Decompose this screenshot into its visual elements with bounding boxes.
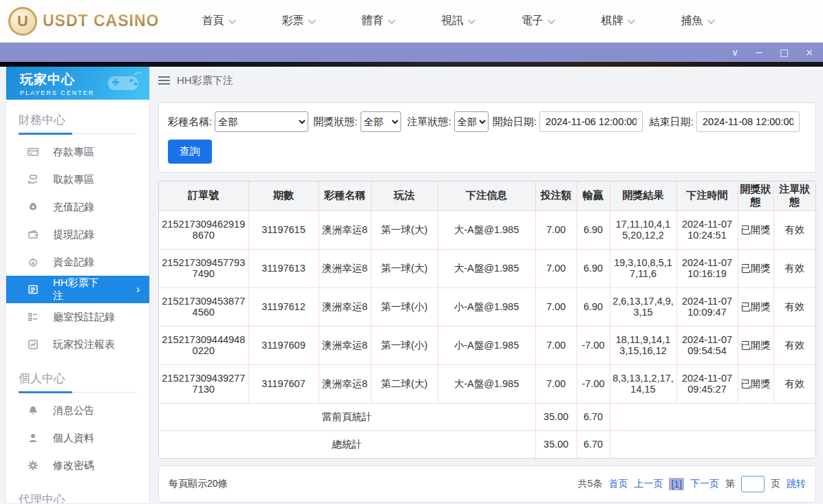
funds-record-icon <box>27 256 39 268</box>
nav-label: 首頁 <box>202 14 224 28</box>
col-draw-result: 開獎結果 <box>610 182 676 210</box>
nav-item-sports[interactable]: 體育 <box>361 14 394 28</box>
nav-label: 棋牌 <box>601 14 623 28</box>
end-date-input[interactable] <box>696 111 800 132</box>
prev-page-link[interactable]: 上一页 <box>634 478 663 490</box>
next-page-link[interactable]: 下一页 <box>690 478 719 490</box>
table-row: 215217309462919867031197615澳洲幸运8第一球(大)大-… <box>159 210 815 249</box>
first-page-link[interactable]: 首页 <box>608 478 628 490</box>
col-lottery-name: 彩種名稱 <box>319 182 371 210</box>
hamburger-menu-icon[interactable] <box>158 76 170 85</box>
cell-win-loss: -7.00 <box>577 326 610 364</box>
chevron-down-icon <box>707 16 715 23</box>
start-date-input[interactable] <box>539 111 643 132</box>
cell-bet-time: 2024-11-07 09:45:27 <box>676 364 738 403</box>
cell-draw-result: 8,3,13,1,2,17,14,15 <box>610 364 676 403</box>
nav-item-slots[interactable]: 電子 <box>521 14 553 28</box>
sidebar-item-player-report[interactable]: 玩家投注報表 <box>6 331 149 358</box>
cell-bet-amount: 7.00 <box>535 287 577 326</box>
section-underline <box>19 133 137 134</box>
main-panel: HH彩票下注 彩種名稱: 全部 開獎狀態: 全部 注單狀態: 全部 開始日期: … <box>158 67 816 504</box>
cell-lottery-name: 澳洲幸运8 <box>319 287 371 326</box>
jump-button[interactable]: 跳转 <box>787 478 806 490</box>
sidebar-item-hh-lottery-bets[interactable]: HH彩票下注 › <box>6 276 149 303</box>
sidebar-item-label: 充值記錄 <box>53 201 94 214</box>
cell-period: 31197612 <box>248 287 319 326</box>
sidebar-item-label: 個人資料 <box>53 432 94 445</box>
cell-order-status: 有效 <box>773 326 815 364</box>
breadcrumb: HH彩票下注 <box>158 67 816 94</box>
cell-bet-info: 大-A盤@1.985 <box>438 210 535 249</box>
cell-bet-amount: 7.00 <box>535 210 577 249</box>
window-minimize-icon[interactable]: − <box>755 47 763 57</box>
summary-bet-total: 35.00 <box>535 430 577 458</box>
cell-order-status: 有效 <box>773 364 815 403</box>
nav-item-lottery[interactable]: 彩票 <box>281 14 314 28</box>
cell-order-id: 2152173094449480220 <box>159 326 248 364</box>
cell-lottery-name: 澳洲幸运8 <box>319 326 371 364</box>
sidebar-item-change-password[interactable]: 修改密碼 <box>6 452 149 479</box>
pagination-bar: 每頁顯示20條 共5条 首页 上一页 [1] 下一页 第 页 跳转 <box>158 465 816 503</box>
table-row: 215217309457793749031197613澳洲幸运8第一球(大)大-… <box>159 249 815 287</box>
cashout-record-icon <box>27 228 39 241</box>
sidebar-item-label: 取款專區 <box>53 173 94 186</box>
cell-draw-status: 已開獎 <box>738 249 773 287</box>
draw-status-select[interactable]: 全部 <box>361 111 402 132</box>
user-icon <box>27 432 39 444</box>
summary-bet-total: 35.00 <box>535 403 577 430</box>
content-area: 玩家中心 PLAYERS CENTER 財務中心 存款專區 取款專區 <box>0 67 823 504</box>
nav-item-fishing[interactable]: 捕魚 <box>681 14 713 28</box>
sidebar-item-announcements[interactable]: 消息公告 <box>6 397 149 424</box>
jump-prefix-label: 第 <box>725 478 735 490</box>
sidebar: 玩家中心 PLAYERS CENTER 財務中心 存款專區 取款專區 <box>6 67 150 504</box>
top-header: U USDT CASINO 首頁 彩票 體育 視訊 電子 棋牌 捕魚 <box>0 0 823 43</box>
sidebar-item-label: 廳室投註記錄 <box>53 311 115 324</box>
jump-page-input[interactable] <box>741 476 765 492</box>
sidebar-item-funds-record[interactable]: 資金記錄 <box>6 248 149 276</box>
nav-item-home[interactable]: 首頁 <box>202 14 234 28</box>
cell-period: 31197609 <box>248 326 319 364</box>
nav-item-boardgames[interactable]: 棋牌 <box>601 14 633 28</box>
section-label-personal: 個人中心 <box>6 358 149 392</box>
logo-text: USDT CASINO <box>43 12 159 30</box>
cell-order-status: 有效 <box>773 287 815 326</box>
logo[interactable]: U USDT CASINO <box>8 7 159 36</box>
cell-bet-time: 2024-11-07 10:09:47 <box>676 287 738 326</box>
cell-draw-status: 已開獎 <box>738 210 773 249</box>
table-row: 215217309439277713031197607澳洲幸运8第二球(大)大-… <box>159 364 815 403</box>
sidebar-item-deposit[interactable]: 存款專區 <box>6 138 149 166</box>
window-maximize-icon[interactable]: □ <box>780 47 789 57</box>
col-win-loss: 輸贏 <box>577 182 610 210</box>
page-title: HH彩票下注 <box>177 74 233 87</box>
chevron-down-icon <box>468 16 475 23</box>
filter-panel: 彩種名稱: 全部 開獎狀態: 全部 注單狀態: 全部 開始日期: 結束日期: 查… <box>158 102 816 173</box>
recharge-record-icon <box>27 201 39 213</box>
cell-play-type: 第一球(大) <box>371 249 438 287</box>
nav-item-video[interactable]: 視訊 <box>441 14 473 28</box>
sidebar-item-cashout-record[interactable]: 提現記錄 <box>6 221 149 248</box>
window-titlebar: ∨ − □ × <box>0 43 823 62</box>
sidebar-item-hall-bet-record[interactable]: 廳室投註記錄 <box>6 303 149 331</box>
gamepad-icon <box>104 71 142 94</box>
search-button[interactable]: 查詢 <box>168 140 212 164</box>
sidebar-item-withdraw[interactable]: 取款專區 <box>6 166 149 193</box>
current-page-indicator: [1] <box>669 478 684 490</box>
logo-emblem-icon: U <box>8 7 37 36</box>
chevron-down-icon <box>388 16 396 23</box>
cell-bet-time: 2024-11-07 09:54:54 <box>676 326 738 364</box>
sidebar-item-recharge-record[interactable]: 充值記錄 <box>6 193 149 221</box>
logo-monogram: U <box>17 12 28 30</box>
chevron-down-icon <box>308 16 316 23</box>
chevron-down-icon <box>628 16 635 23</box>
cell-bet-amount: 7.00 <box>535 249 577 287</box>
cell-period: 31197613 <box>248 249 319 287</box>
order-status-select[interactable]: 全部 <box>454 111 489 132</box>
table-row: 215217309444948022031197609澳洲幸运8第一球(小)小-… <box>159 326 815 364</box>
lottery-name-select[interactable]: 全部 <box>215 111 308 132</box>
cell-order-status: 有效 <box>773 210 815 249</box>
window-close-icon[interactable]: × <box>805 47 813 57</box>
cell-bet-time: 2024-11-07 10:24:51 <box>676 210 738 249</box>
summary-win-loss-total: 6.70 <box>577 403 610 430</box>
sidebar-item-profile[interactable]: 個人資料 <box>6 424 149 452</box>
window-dropdown-icon[interactable]: ∨ <box>731 47 738 57</box>
